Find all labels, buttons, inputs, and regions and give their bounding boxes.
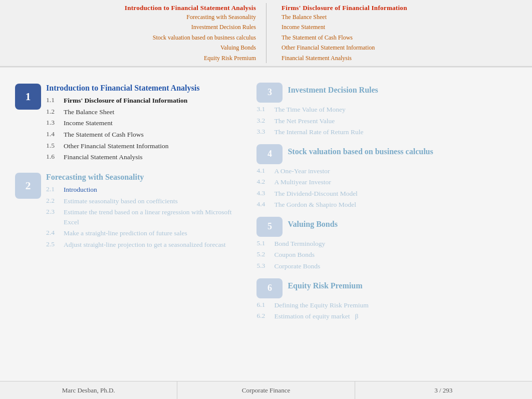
chapter-5-block: 5 Valuing Bonds 5.1 Bond Terminology 5.2… [256, 217, 517, 271]
chapter-5-bubble[interactable]: 5 [256, 217, 283, 237]
chapter-2-title[interactable]: Forecasting with Seasonality [46, 172, 236, 183]
page-label: 3 / 293 [434, 386, 452, 394]
section-5-1[interactable]: 5.1 Bond Terminology [256, 239, 517, 249]
section-1-3[interactable]: 1.3 Income Statement [46, 118, 236, 128]
chapter-5-header: 5 Valuing Bonds [256, 217, 517, 237]
section-2-2-num: 2.2 [46, 196, 64, 205]
section-1-2[interactable]: 1.2 The Balance Sheet [46, 107, 236, 117]
chapter-3-bubble[interactable]: 3 [256, 83, 283, 103]
section-5-1-label: Bond Terminology [274, 239, 325, 249]
section-1-4[interactable]: 1.4 The Statement of Cash Flows [46, 130, 236, 140]
section-3-1-num: 3.1 [256, 105, 274, 113]
nav-right: Firms' Disclosure of Financial Informati… [266, 3, 532, 63]
chapter-4-title[interactable]: Stock valuation based on business calcul… [288, 144, 433, 156]
right-column: 3 Investment Decision Rules 3.1 The Time… [246, 83, 517, 383]
section-1-4-num: 1.4 [46, 130, 64, 138]
section-3-2[interactable]: 3.2 The Net Present Value [256, 116, 517, 126]
section-2-1[interactable]: 2.1 Introduction [46, 185, 236, 195]
main-content: 1 Introduction to Financial Statement An… [0, 68, 532, 388]
section-6-2[interactable]: 6.2 Estimation of equity market β [256, 311, 517, 321]
section-4-3[interactable]: 4.3 The Dividend-Discount Model [256, 189, 517, 199]
section-4-3-label: The Dividend-Discount Model [274, 189, 357, 199]
chapter-2-bubble[interactable]: 2 [15, 173, 41, 199]
chapter-1-title[interactable]: Introduction to Financial Statement Anal… [46, 83, 236, 94]
section-2-2-label: Estimate seasonality based on coefficien… [64, 196, 178, 206]
chapter-5-title[interactable]: Valuing Bonds [288, 217, 337, 229]
section-1-6-num: 1.6 [46, 152, 64, 161]
footer-author: Marc Desban, Ph.D. [0, 381, 177, 399]
nav-left-item-1[interactable]: Forecasting with Seasonality [20, 12, 256, 22]
section-5-2-num: 5.2 [256, 250, 274, 258]
nav-left-item-3[interactable]: Stock valuation based on business calcul… [20, 33, 256, 43]
section-2-4[interactable]: 2.4 Make a straight-line prediction of f… [46, 228, 236, 238]
section-6-2-label: Estimation of equity market β [274, 311, 358, 321]
section-4-3-num: 4.3 [256, 189, 274, 197]
section-2-2[interactable]: 2.2 Estimate seasonality based on coeffi… [46, 196, 236, 206]
nav-left-item-4[interactable]: Valuing Bonds [20, 43, 256, 53]
nav-left: Introduction to Financial Statement Anal… [0, 3, 266, 63]
nav-right-item-4[interactable]: Other Financial Statement Information [282, 43, 522, 53]
chapter-2-block: 2 Forecasting with Seasonality 2.1 Intro… [15, 172, 236, 251]
chapter-3-block: 3 Investment Decision Rules 3.1 The Time… [256, 83, 517, 137]
nav-left-item-5[interactable]: Equity Risk Premium [20, 53, 256, 63]
section-6-1-num: 6.1 [256, 300, 274, 309]
section-1-1-label: Firms' Disclosure of Financial Informati… [64, 96, 187, 106]
section-1-5-label: Other Financial Statement Information [64, 141, 169, 151]
section-5-3-num: 5.3 [256, 261, 274, 270]
section-3-3-num: 3.3 [256, 127, 274, 136]
nav-right-item-3[interactable]: The Statement of Cash Flows [282, 33, 522, 43]
section-1-6[interactable]: 1.6 Financial Statement Analysis [46, 152, 236, 162]
section-3-3-label: The Internal Rate of Return Rule [274, 127, 363, 137]
section-4-2-num: 4.2 [256, 177, 274, 186]
chapter-4-bubble[interactable]: 4 [256, 144, 283, 164]
section-4-4[interactable]: 4.4 The Gordon & Shapiro Model [256, 200, 517, 210]
nav-right-item-1[interactable]: The Balance Sheet [282, 12, 522, 22]
section-3-1[interactable]: 3.1 The Time Value of Money [256, 105, 517, 115]
section-2-1-label: Introduction [64, 185, 97, 195]
chapter-1-bubble[interactable]: 1 [15, 84, 41, 110]
top-nav: Introduction to Financial Statement Anal… [0, 0, 532, 67]
section-4-1-num: 4.1 [256, 166, 274, 175]
nav-right-item-2[interactable]: Income Statement [282, 22, 522, 32]
chapter-2-content: Forecasting with Seasonality 2.1 Introdu… [46, 172, 236, 251]
section-1-5[interactable]: 1.5 Other Financial Statement Informatio… [46, 141, 236, 151]
author-label: Marc Desban, Ph.D. [62, 386, 115, 394]
chapter-2-num: 2 [26, 179, 31, 192]
section-4-4-num: 4.4 [256, 200, 274, 208]
section-3-2-num: 3.2 [256, 116, 274, 125]
chapter-6-bubble[interactable]: 6 [256, 278, 283, 298]
section-5-3[interactable]: 5.3 Corporate Bonds [256, 261, 517, 271]
section-4-1[interactable]: 4.1 A One-Year investor [256, 166, 517, 176]
nav-left-item-2[interactable]: Investment Decision Rules [20, 22, 256, 32]
footer-course: Corporate Finance [177, 381, 355, 399]
section-4-2[interactable]: 4.2 A Multiyear Investor [256, 177, 517, 187]
section-6-1[interactable]: 6.1 Defining the Equity Risk Premium [256, 300, 517, 310]
section-1-3-num: 1.3 [46, 118, 64, 127]
section-2-5-num: 2.5 [46, 240, 64, 248]
section-5-2[interactable]: 5.2 Coupon Bonds [256, 250, 517, 260]
chapter-3-header: 3 Investment Decision Rules [256, 83, 517, 103]
chapter-1-content: Introduction to Financial Statement Anal… [46, 83, 236, 164]
section-4-4-label: The Gordon & Shapiro Model [274, 200, 356, 210]
left-column: 1 Introduction to Financial Statement An… [15, 83, 246, 383]
section-3-3[interactable]: 3.3 The Internal Rate of Return Rule [256, 127, 517, 137]
section-6-1-label: Defining the Equity Risk Premium [274, 300, 368, 310]
section-2-5-label: Adjust straight-line projection to get a… [64, 240, 226, 250]
chapter-3-title[interactable]: Investment Decision Rules [288, 83, 378, 95]
section-6-2-num: 6.2 [256, 311, 274, 320]
footer-page: 3 / 293 [355, 381, 532, 399]
section-2-4-num: 2.4 [46, 228, 64, 237]
section-2-5[interactable]: 2.5 Adjust straight-line projection to g… [46, 240, 236, 250]
nav-left-title: Introduction to Financial Statement Anal… [125, 4, 256, 12]
section-2-3[interactable]: 2.3 Estimate the trend based on a linear… [46, 207, 236, 227]
section-2-3-label: Estimate the trend based on a linear reg… [64, 207, 236, 227]
section-1-1-num: 1.1 [46, 96, 64, 104]
chapter-1-num: 1 [26, 90, 31, 103]
nav-right-title: Firms' Disclosure of Financial Informati… [282, 4, 407, 12]
section-5-3-label: Corporate Bonds [274, 261, 320, 271]
chapter-1-block: 1 Introduction to Financial Statement An… [15, 83, 236, 164]
section-1-5-num: 1.5 [46, 141, 64, 150]
section-1-1[interactable]: 1.1 Firms' Disclosure of Financial Infor… [46, 96, 236, 106]
chapter-6-title[interactable]: Equity Risk Premium [288, 278, 362, 290]
nav-right-item-5[interactable]: Financial Statement Analysis [282, 53, 522, 63]
